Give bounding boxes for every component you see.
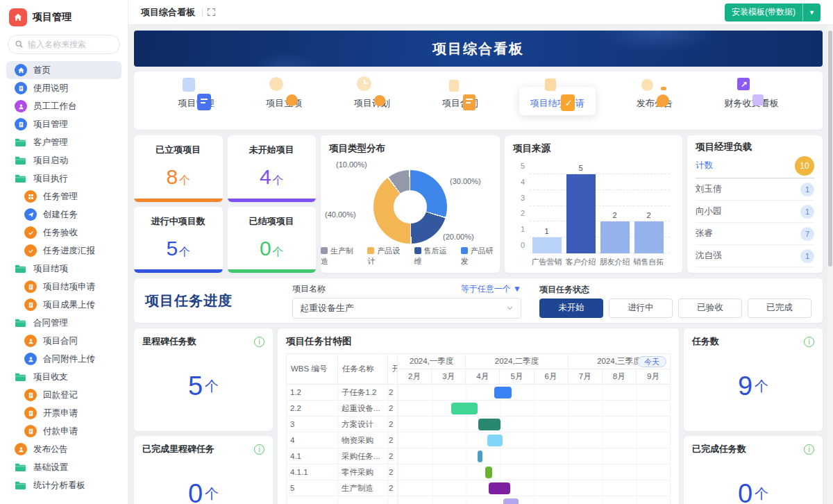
gantt-bar[interactable] [494, 387, 512, 398]
status-button-已验收[interactable]: 已验收 [678, 299, 742, 318]
sidebar-item-publish-announcement[interactable]: 发布公告 [6, 440, 121, 458]
gantt-timeline-cell [398, 432, 671, 448]
info-icon[interactable]: i [254, 444, 264, 455]
info-icon[interactable]: i [804, 444, 814, 455]
fullscreen-icon[interactable] [207, 8, 216, 17]
project-select-value: 起重设备生产 [300, 302, 354, 314]
gantt-bar[interactable] [503, 498, 519, 504]
sidebar-item-project-kickoff[interactable]: 项目启动 [6, 151, 121, 169]
sidebar-item-label: 项目执行 [33, 173, 68, 185]
sidebar-item-label: 回款登记 [43, 389, 78, 401]
gantt-start-cell: 2 [388, 448, 398, 464]
quick-nav-project-initiation[interactable]: 项目立项 [255, 87, 313, 115]
stat-accent-bar [134, 269, 223, 273]
gantt-wbs-cell: 5 [287, 480, 338, 496]
sidebar-item-contract-management[interactable]: 合同管理 [6, 314, 121, 332]
manager-name: 计数 [696, 160, 713, 171]
search-icon [15, 40, 24, 49]
sidebar-item-contract-attachment-upload[interactable]: 合同附件上传 [6, 350, 121, 368]
sidebar-item-task-management[interactable]: 任务管理 [6, 187, 121, 205]
gantt-row: 5生产制造2 [287, 480, 671, 496]
search-input[interactable] [8, 35, 120, 54]
gantt-timeline-cell [398, 417, 671, 432]
gantt-task-name-cell: 方案设计 [338, 417, 388, 432]
legend-item: 产品研发 [461, 246, 500, 267]
manager-name: 张睿 [696, 228, 713, 240]
quick-nav-finance-dashboard[interactable]: ↗财务收支看板 [713, 87, 789, 115]
x-axis-label: 销售自拓 [634, 257, 664, 267]
quick-nav-project-management[interactable]: 项目管理 [167, 87, 225, 115]
sidebar-item-analytics-dashboard[interactable]: 统计分析看板 [6, 476, 121, 494]
donut-slice-label: (30.00%) [450, 177, 481, 185]
manager-load-row: 沈自强 1 [696, 245, 814, 267]
info-icon[interactable]: i [254, 337, 264, 347]
gantt-bar[interactable] [485, 467, 492, 478]
sidebar-item-task-progress-report[interactable]: 任务进度汇报 [6, 242, 121, 260]
manager-count-badge: 10 [795, 156, 814, 176]
stat-card-not-started-projects: 未开始项目 4个 [228, 135, 317, 202]
sidebar-item-deliverable-upload[interactable]: 项目成果上传 [6, 296, 121, 314]
status-button-进行中[interactable]: 进行中 [609, 299, 673, 318]
sidebar-item-project-management[interactable]: 项目管理 [6, 115, 121, 133]
gantt-wbs-cell: 4 [287, 432, 338, 448]
gantt-month-header: 3月 [432, 369, 466, 385]
scrollbar[interactable] [827, 25, 833, 504]
quick-nav-project-contract[interactable]: 项目合同 [431, 87, 489, 115]
donut-slice-label: (10.00%) [336, 160, 367, 169]
task-status-buttons: 未开始进行中已验收已完成 [539, 299, 811, 318]
folder-icon [15, 174, 27, 184]
gantt-bar[interactable] [451, 403, 478, 414]
y-axis-tick: 5 [521, 162, 525, 170]
today-button[interactable]: 今天 [637, 356, 666, 367]
sidebar-item-closeout-request[interactable]: 项目结项申请 [6, 278, 121, 296]
sidebar-item-usage-guide[interactable]: 使用说明 [6, 79, 121, 97]
project-type-chart-card: 项目类型分布 (30.00%)(20.00%)(40.00%)(10.00%) … [321, 135, 500, 273]
scrollbar-thumb[interactable] [828, 31, 832, 267]
project-select[interactable]: 起重设备生产 [292, 298, 521, 319]
sidebar-item-create-task[interactable]: 创建任务 [6, 205, 121, 224]
gantt-timeline-cell [398, 464, 671, 480]
info-icon[interactable]: i [804, 337, 814, 347]
metric-title: 已完成任务数 [692, 443, 746, 455]
sidebar-item-project-closeout[interactable]: 项目结项 [6, 260, 121, 278]
install-template-button[interactable]: 安装模板(带数据) ▼ [725, 3, 821, 22]
status-button-已完成[interactable]: 已完成 [748, 299, 811, 318]
sidebar-item-task-acceptance[interactable]: 任务验收 [6, 224, 121, 242]
quick-nav-publish-announcement[interactable]: 发布公告 [625, 87, 684, 115]
sidebar-item-project-execution[interactable]: 项目执行 [6, 169, 121, 187]
sidebar-item-project-contract[interactable]: 项目合同 [6, 332, 121, 350]
gantt-bar[interactable] [487, 435, 503, 446]
gantt-bar[interactable] [489, 482, 510, 494]
app-logo-row: 项目管理 [6, 7, 121, 33]
chevron-down-icon[interactable]: ▼ [802, 3, 821, 22]
metric-value: 5个 [142, 348, 264, 424]
quick-nav-closeout-request[interactable]: ✓项目结项申请 [519, 87, 596, 115]
manager-load-list: 计数 10 刘玉倩 1 向小园 1 张睿 7 沈自强 1 [696, 153, 814, 267]
gantt-timeline-cell [398, 385, 671, 401]
gantt-row: 4.1.1零件采购2 [287, 464, 671, 480]
sidebar-item-payment-registration[interactable]: 回款登记 [6, 386, 121, 404]
bar-2 [600, 221, 630, 253]
grid-line [530, 205, 670, 206]
bar-value-label: 2 [646, 211, 650, 219]
sidebar-item-payment-request[interactable]: 付款申请 [6, 422, 121, 440]
status-button-未开始[interactable]: 未开始 [539, 299, 603, 318]
gantt-bar[interactable] [478, 451, 483, 462]
quick-nav-project-plan[interactable]: 项目计划 [343, 87, 401, 115]
match-mode-link[interactable]: 等于任意一个 ▼ [461, 283, 521, 295]
sidebar-item-invoice-request[interactable]: 开票申请 [6, 404, 121, 422]
sidebar-item-customer-management[interactable]: 客户管理 [6, 133, 121, 151]
gantt-column-header: 开始时间 [388, 354, 398, 385]
user-icon [24, 353, 37, 365]
donut-slice-label: (20.00%) [443, 233, 474, 241]
tab-dashboard[interactable]: 项目综合看板 [135, 6, 201, 19]
sidebar-item-basic-settings[interactable]: 基础设置 [6, 458, 121, 476]
sidebar-item-project-finance[interactable]: 项目收支 [6, 368, 121, 386]
gantt-bar[interactable] [478, 419, 501, 430]
manager-name: 向小园 [696, 205, 722, 217]
sidebar-item-home[interactable]: 首页 [6, 61, 121, 79]
tab-divider [202, 8, 203, 17]
gantt-month-header: 7月 [568, 369, 602, 385]
sidebar-item-label: 项目结项申请 [43, 281, 95, 293]
sidebar-item-staff-workspace[interactable]: 员工工作台 [6, 97, 121, 115]
